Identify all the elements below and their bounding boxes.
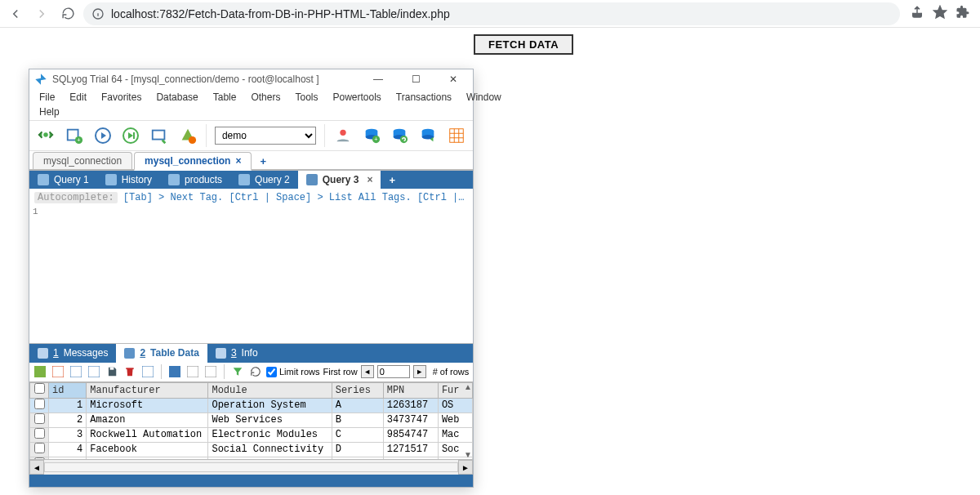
view-grid-icon[interactable] [167,364,182,379]
execute-all-icon[interactable] [121,125,141,146]
db-add-icon[interactable]: + [361,125,381,146]
svg-point-25 [400,136,408,143]
svg-rect-13 [153,131,165,140]
menu-transactions[interactable]: Transactions [390,90,458,105]
query-tab[interactable]: History [97,171,160,189]
new-tab-icon[interactable]: + [65,125,85,146]
toolbar-separator [324,124,325,147]
refresh-grid-icon[interactable] [248,364,263,379]
view-form-icon[interactable] [185,364,200,379]
menu-help[interactable]: Help [33,105,66,119]
column-header[interactable]: MPN [383,382,438,398]
window-minimize-button[interactable]: — [363,74,393,85]
autocomplete-hint: Autocomplete: [Tab] > Next Tag. [Ctrl | … [29,189,473,207]
execute-query-icon[interactable] [92,125,113,146]
query-tab[interactable]: Query 1 [29,171,97,189]
add-query-tab-button[interactable]: + [381,174,403,186]
horizontal-scrollbar[interactable]: ◄ ► [29,460,473,475]
delete-icon[interactable] [122,364,137,379]
browser-right-icons [905,5,975,22]
column-header[interactable]: id [49,382,87,398]
select-all-checkbox[interactable] [34,383,45,394]
menu-favorites[interactable]: Favorites [95,90,148,105]
close-icon[interactable]: × [235,155,241,167]
grid-tool-icon[interactable] [69,364,83,379]
db-refresh-icon[interactable] [390,125,410,146]
connection-tab[interactable]: mysql_connection [33,152,132,169]
site-info-icon[interactable] [91,7,105,20]
nav-forward-button[interactable] [31,3,52,25]
query-tab[interactable]: Query 2 [230,171,298,189]
menu-database[interactable]: Database [149,90,204,105]
filter-icon[interactable] [230,364,245,379]
database-selector[interactable]: demo [215,127,316,145]
result-tab[interactable]: 3 Info [207,344,266,362]
bookmark-star-icon[interactable] [933,5,947,22]
table-row[interactable]: 4FacebookSocial ConnectivityD1271517Soc [30,442,473,457]
tab-icon [124,348,135,359]
fetch-data-button[interactable]: FETCH DATA [474,34,573,55]
row-checkbox[interactable] [34,413,45,424]
query-tab[interactable]: products [160,171,230,189]
save-icon[interactable] [105,364,119,379]
grid-tool-icon[interactable] [33,364,47,379]
vertical-scrollbar[interactable]: ▲▼ [463,382,473,460]
menu-tools[interactable]: Tools [288,90,324,105]
menu-file[interactable]: File [33,90,61,105]
table-row[interactable]: 2AmazonWeb ServicesB3473747Web [30,412,473,427]
firstrow-next-button[interactable]: ► [413,365,426,378]
column-header[interactable]: Module [208,382,332,398]
query-builder-icon[interactable] [177,125,198,146]
close-icon[interactable]: × [367,174,372,185]
menu-table[interactable]: Table [207,90,243,105]
window-maximize-button[interactable]: ☐ [401,74,430,85]
view-text-icon[interactable] [203,364,218,379]
result-tab[interactable]: 2 Table Data [116,344,207,362]
firstrow-input[interactable] [377,365,410,378]
row-checkbox[interactable] [34,428,45,439]
export-icon[interactable] [140,364,155,379]
add-connection-button[interactable]: + [253,153,273,170]
connection-tab[interactable]: mysql_connection× [134,152,252,171]
svg-marker-9 [101,132,106,139]
row-checkbox[interactable] [34,443,45,453]
nav-back-button[interactable] [5,3,26,25]
tab-icon [38,174,49,185]
refresh-icon[interactable] [149,125,170,146]
result-tab[interactable]: 1 Messages [29,344,116,362]
result-grid[interactable]: idManufacturerModuleSeriesMPNFur1Microso… [29,382,473,461]
window-close-button[interactable]: ✕ [439,74,468,85]
query-tab[interactable]: Query 3× [298,171,381,189]
svg-rect-35 [52,366,64,377]
user-icon[interactable] [333,125,354,146]
extensions-icon[interactable] [956,5,970,22]
menu-others[interactable]: Others [244,90,287,105]
hscroll-left-button[interactable]: ◄ [29,460,44,475]
table-row[interactable]: 5GoogleSearch EngineE6372673Sea [30,457,473,460]
nav-reload-button[interactable] [57,3,78,25]
sqlyog-window: SQLyog Trial 64 - [mysql_connection/demo… [29,69,474,488]
tab-label: Query 1 [54,174,89,185]
plug-connect-icon[interactable] [36,125,56,146]
hscroll-right-button[interactable]: ► [458,460,473,475]
menu-window[interactable]: Window [460,90,508,105]
sql-editor[interactable]: Autocomplete: [Tab] > Next Tag. [Ctrl | … [29,189,473,344]
firstrow-prev-button[interactable]: ◄ [361,365,374,378]
column-header[interactable]: Series [332,382,383,398]
share-icon[interactable] [910,5,924,22]
limit-rows-checkbox[interactable]: Limit rows [266,367,320,377]
db-sync-icon[interactable] [418,125,439,146]
table-row[interactable]: 1MicrosoftOperation SystemA1263187OS [30,398,473,412]
grid-tool-icon[interactable] [51,364,65,379]
row-checkbox[interactable] [34,457,45,461]
grid-icon[interactable] [446,125,466,146]
table-row[interactable]: 3Rockwell AutomationElectronic ModulesC9… [30,427,473,442]
grid-tool-icon[interactable] [87,364,101,379]
svg-text:+: + [374,136,377,143]
menu-edit[interactable]: Edit [63,90,93,105]
titlebar[interactable]: SQLyog Trial 64 - [mysql_connection/demo… [29,69,473,89]
url-bar[interactable]: localhost:7832/Fetch-Data-from-DB-in-PHP… [83,2,900,25]
row-checkbox[interactable] [34,399,45,409]
column-header[interactable]: Manufacturer [87,382,208,398]
menu-powertools[interactable]: Powertools [326,90,387,105]
